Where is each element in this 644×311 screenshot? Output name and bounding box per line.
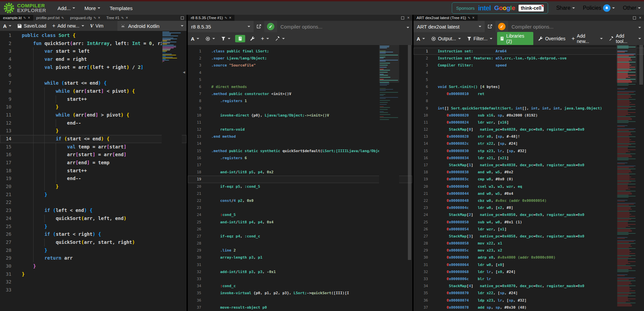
compiler-select[interactable]: ART dex2oat latest: [414, 21, 485, 32]
line-number[interactable]: 6: [0, 71, 11, 79]
line-number[interactable]: 3: [0, 47, 11, 55]
code-line[interactable]: 9int[] Sort.quickSort$default(Sort, int[…: [414, 105, 644, 112]
code-line[interactable]: 12 return-void: [188, 126, 412, 133]
options-dropdown-icon[interactable]: [638, 27, 641, 28]
code-line[interactable]: 2 fun quickSort(arr: IntArray, left: Int…: [0, 40, 186, 48]
code-line[interactable]: 28: [188, 240, 412, 247]
menu-other[interactable]: Other: [623, 5, 641, 11]
line-number[interactable]: 26: [188, 226, 201, 233]
code-line[interactable]: 6: [0, 71, 186, 79]
line-number[interactable]: 16: [0, 151, 11, 159]
code-line[interactable]: 24 quickSort(arr, left, end): [0, 215, 186, 223]
rename-icon[interactable]: ✎: [61, 16, 64, 20]
code-line[interactable]: 35 0x00008070 ldr x22, [sp, #24]: [414, 290, 644, 297]
tab-example-kt[interactable]: example.kt ✎ ×: [0, 15, 33, 21]
code-line[interactable]: 9: [188, 105, 412, 112]
code-line[interactable]: 5: [414, 76, 644, 83]
intel-logo[interactable]: intel: [478, 4, 491, 12]
code-line[interactable]: 14 if (start <= end) {: [0, 135, 186, 143]
think-cell-logo[interactable]: think-cell: [519, 5, 544, 11]
scrollbar-thumb[interactable]: [639, 45, 643, 85]
menu-add[interactable]: Add...: [58, 5, 75, 11]
art-output-editor[interactable]: 1Instruction set: Arm642Instruction set …: [414, 45, 644, 311]
code-line[interactable]: 34 :cond_c: [188, 282, 412, 290]
line-number[interactable]: 2: [414, 55, 428, 62]
line-number[interactable]: 9: [188, 105, 201, 112]
line-number[interactable]: 15: [188, 147, 201, 154]
line-number[interactable]: 12: [188, 126, 201, 133]
rename-icon[interactable]: ✎: [94, 16, 96, 20]
code-line[interactable]: 7 while (start <= end) {: [0, 79, 186, 87]
line-number[interactable]: 30: [0, 262, 11, 270]
line-number[interactable]: 37: [414, 304, 428, 311]
sponsors-banner[interactable]: Sponsors intel Google think-cell: [452, 2, 548, 14]
code-line[interactable]: 29 .line 2: [188, 247, 412, 254]
line-number[interactable]: 19: [414, 176, 428, 183]
tab-proguard-cfg[interactable]: proguard.cfg ✎ ×: [67, 15, 103, 21]
line-number[interactable]: 32: [414, 268, 428, 275]
code-line[interactable]: 37 move-result-object p0: [188, 304, 412, 311]
minimap-slider[interactable]: [379, 45, 399, 83]
line-number[interactable]: 22: [0, 198, 11, 207]
rename-icon[interactable]: ✎: [224, 16, 227, 20]
line-number[interactable]: 20: [414, 183, 428, 190]
line-number[interactable]: 10: [188, 112, 201, 119]
line-number[interactable]: 8: [188, 97, 201, 104]
line-number[interactable]: 35: [414, 290, 428, 297]
code-line[interactable]: 34 StackMap[4] native_pc=0x4070, dex_pc=…: [414, 282, 644, 290]
line-number[interactable]: 17: [188, 162, 201, 169]
line-number[interactable]: 25: [188, 219, 201, 226]
line-number[interactable]: 9: [0, 95, 11, 103]
code-line[interactable]: 31}: [0, 270, 186, 278]
line-number[interactable]: 32: [0, 278, 11, 286]
code-line[interactable]: 4 var end = right: [0, 55, 186, 63]
code-line[interactable]: 3 var start = left: [0, 47, 186, 55]
line-number[interactable]: 30: [188, 254, 201, 261]
line-number[interactable]: 3: [414, 62, 428, 69]
code-line[interactable]: 4: [414, 69, 644, 76]
vertical-scrollbar[interactable]: [639, 45, 643, 311]
line-number[interactable]: 13: [188, 133, 201, 140]
code-line[interactable]: 2Instruction set features: a53,crc,-lse,…: [414, 55, 644, 62]
code-line[interactable]: 13 }: [0, 127, 186, 135]
code-line[interactable]: 36: [188, 297, 412, 304]
code-line[interactable]: 18 start++: [0, 167, 186, 175]
menu-policies[interactable]: Policies: [583, 4, 615, 12]
code-line[interactable]: 26 0x00008054 ldr wzr, [x1]: [414, 226, 644, 233]
add-tool-button[interactable]: [272, 32, 288, 45]
line-number[interactable]: 23: [414, 204, 428, 211]
save-load-button[interactable]: Save/Load: [14, 21, 49, 31]
line-number[interactable]: 10: [414, 112, 428, 119]
filter-button[interactable]: Filter...: [464, 32, 495, 45]
code-line[interactable]: 22 0x00008048 cbz w0, #+0xc (addr 0x0000…: [414, 197, 644, 204]
line-number[interactable]: 25: [0, 223, 11, 231]
code-line[interactable]: 9 start++: [0, 95, 186, 103]
close-icon[interactable]: ×: [472, 16, 475, 19]
code-line[interactable]: 5: [188, 76, 412, 83]
close-pane-icon[interactable]: ×: [407, 16, 410, 19]
vim-toggle-button[interactable]: V Vim: [87, 21, 107, 31]
line-number[interactable]: 7: [188, 90, 201, 97]
line-number[interactable]: 29: [414, 247, 428, 254]
line-number[interactable]: 12: [414, 126, 428, 133]
line-number[interactable]: 12: [0, 119, 11, 127]
line-number[interactable]: 24: [414, 211, 428, 218]
language-select[interactable]: Android Kotlin: [117, 21, 186, 31]
code-line[interactable]: 19 0x0000803c cmp w0, #0x0 (0): [414, 176, 644, 183]
minimap[interactable]: [616, 45, 637, 311]
line-number[interactable]: 21: [414, 190, 428, 197]
code-line[interactable]: 7 0x00008010 ret: [414, 90, 644, 97]
line-number[interactable]: 25: [414, 219, 428, 226]
add-new-button[interactable]: +: [258, 32, 272, 45]
collapse-pane-arrow[interactable]: ◀: [183, 71, 185, 74]
line-number[interactable]: 1: [188, 48, 201, 55]
close-icon[interactable]: ×: [98, 16, 100, 19]
code-line[interactable]: 6# direct methods: [188, 83, 412, 90]
line-number[interactable]: 22: [188, 197, 201, 204]
code-line[interactable]: 32 0x00008068 ldr lr, [x0, #24]: [414, 268, 644, 275]
line-number[interactable]: 7: [0, 79, 11, 87]
line-number[interactable]: 28: [414, 240, 428, 247]
code-line[interactable]: 33 0x0000806c blr lr: [414, 275, 644, 282]
line-number[interactable]: 20: [0, 183, 11, 191]
tab-art-dex2oat[interactable]: ART dex2oat latest (Tree #1) ✎ ×: [414, 15, 478, 21]
